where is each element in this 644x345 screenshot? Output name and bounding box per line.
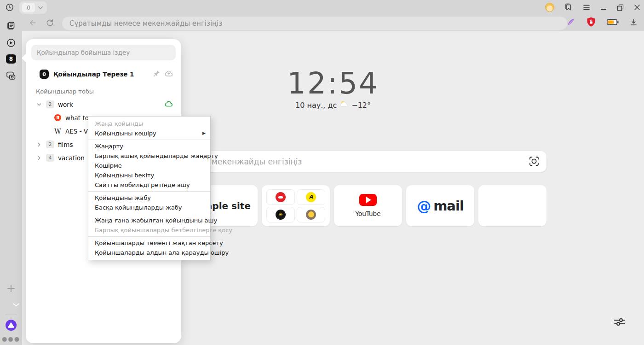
menu-item-bookmark-all-tabs: Барлық қойыншаларды бетбелгілерге қосу — [88, 225, 210, 235]
protect-shield-icon[interactable] — [586, 17, 596, 29]
tile-empty[interactable] — [478, 185, 546, 226]
window-label: Қойындылар Терезе 1 — [53, 70, 134, 78]
menu-item-reload-all[interactable]: Барлық ашық қойындыларды жаңарту — [88, 151, 210, 161]
bookmarks-icon[interactable] — [564, 3, 573, 12]
sidebar: 8 ●●● — [0, 15, 22, 345]
window-tab-count-badge: 0 — [40, 70, 49, 79]
add-panel-plus-icon[interactable] — [7, 284, 15, 294]
window-row[interactable]: 0 Қойындылар Терезе 1 — [40, 69, 173, 80]
menu-item-reload[interactable]: Жаңарту — [88, 141, 210, 151]
groups-heading: Қойындылар тобы — [36, 88, 181, 95]
menu-separator — [88, 236, 210, 237]
group-label: films — [58, 141, 73, 148]
play-media-icon[interactable] — [6, 38, 16, 49]
group-row-work[interactable]: 2 work — [26, 98, 181, 111]
tile-youtube[interactable]: YouTube — [334, 185, 402, 226]
menu-item-new-tab: Жаңа қойынды — [88, 119, 210, 129]
alice-assistant-icon[interactable] — [6, 320, 17, 331]
mini-tile-black-burst[interactable]: ✳ — [266, 207, 295, 222]
menu-item-disable-tab-preview[interactable]: Қойыншаларды алдын ала қарауды өшіру — [88, 248, 210, 257]
restore-button[interactable] — [617, 4, 624, 11]
yandex-favicon: Я — [54, 114, 61, 121]
menu-hamburger-icon[interactable] — [583, 4, 590, 11]
mailru-logo: @ mail — [417, 198, 464, 214]
weather-temp: −12° — [351, 101, 371, 110]
tab-favicon-badge: 0 — [22, 3, 35, 12]
group-count-badge: 2 — [46, 140, 54, 148]
chevron-right-icon[interactable] — [36, 141, 42, 148]
background-settings-sliders-icon[interactable] — [614, 317, 626, 329]
tab-strip: 0 — [0, 0, 644, 15]
close-button[interactable] — [634, 4, 640, 11]
tile-group[interactable]: A ✳ — [262, 185, 330, 226]
chevron-down-icon[interactable] — [38, 6, 43, 10]
menu-item-open-as-mobile[interactable]: Сайтты мобильді ретінде ашу — [88, 180, 210, 190]
open-tabs-count-badge[interactable]: 8 — [6, 54, 16, 64]
chevron-right-icon[interactable] — [36, 155, 42, 161]
downloads-icon[interactable] — [630, 18, 638, 28]
history-clock-icon[interactable] — [6, 3, 14, 12]
tile-mail[interactable]: @ mail — [406, 185, 474, 226]
youtube-logo-icon — [359, 194, 377, 206]
panel-search-input[interactable] — [31, 45, 176, 60]
group-count-badge: 4 — [46, 154, 54, 162]
group-label: work — [58, 101, 73, 108]
wikipedia-favicon: W — [54, 128, 61, 135]
pin-icon[interactable] — [153, 70, 160, 78]
submenu-arrow-icon: ▶ — [202, 129, 206, 138]
address-bar[interactable] — [62, 17, 567, 30]
mini-tile-gray-blob[interactable] — [297, 207, 325, 222]
partly-cloudy-icon — [339, 100, 349, 110]
chevron-down-icon[interactable] — [36, 101, 42, 108]
minimize-button[interactable] — [600, 4, 607, 11]
menu-separator — [88, 191, 210, 192]
sidebar-divider — [5, 315, 17, 315]
group-count-badge: 2 — [46, 100, 54, 108]
tabs-panel-icon[interactable] — [6, 22, 16, 32]
menu-item-show-tabs-bottom[interactable]: Қойыншаларды төменгі жақтан көрсету — [88, 238, 210, 248]
tile-youtube-label: YouTube — [356, 210, 381, 217]
menu-separator — [88, 140, 210, 140]
menu-item-duplicate[interactable]: Көшірме — [88, 161, 210, 170]
browser-tab[interactable]: 0 — [19, 1, 47, 14]
menu-item-close-tab[interactable]: Қойындыны жабу — [88, 193, 210, 203]
menu-item-move-tab[interactable]: Қойындыны көшіру▶ — [88, 129, 210, 138]
cloud-sync-icon[interactable] — [165, 100, 173, 108]
menu-item-reopen-closed-tab[interactable]: Жаңа ғана жабылған қойындыны ашу — [88, 216, 210, 225]
mini-tile-yellow-a[interactable]: A — [297, 189, 325, 205]
screenshot-camera-icon[interactable] — [6, 71, 16, 82]
group-label: vacation — [58, 154, 85, 162]
sidebar-more-icon[interactable]: ●●● — [2, 335, 20, 342]
mail-at-icon: @ — [417, 198, 431, 214]
refresh-icon[interactable] — [46, 19, 54, 29]
menu-separator — [88, 214, 210, 214]
menu-item-pin-tab[interactable]: Қойындыны бекіту — [88, 170, 210, 180]
profile-avatar[interactable] — [545, 3, 554, 12]
toolbar — [0, 15, 644, 31]
cloud-upload-icon[interactable] — [165, 70, 173, 78]
battery-icon[interactable] — [607, 18, 619, 28]
notes-feather-icon[interactable] — [566, 18, 575, 29]
mini-tile-red[interactable] — [266, 189, 295, 205]
image-search-lens-icon[interactable] — [529, 156, 539, 168]
tab-context-menu: Жаңа қойынды Қойындыны көшіру▶ Жаңарту Б… — [88, 116, 211, 260]
weather-date: 10 нау., дс — [295, 101, 337, 110]
menu-item-close-other-tabs[interactable]: Басқа қойындыларды жабу — [88, 203, 210, 212]
back-icon[interactable] — [29, 19, 37, 29]
